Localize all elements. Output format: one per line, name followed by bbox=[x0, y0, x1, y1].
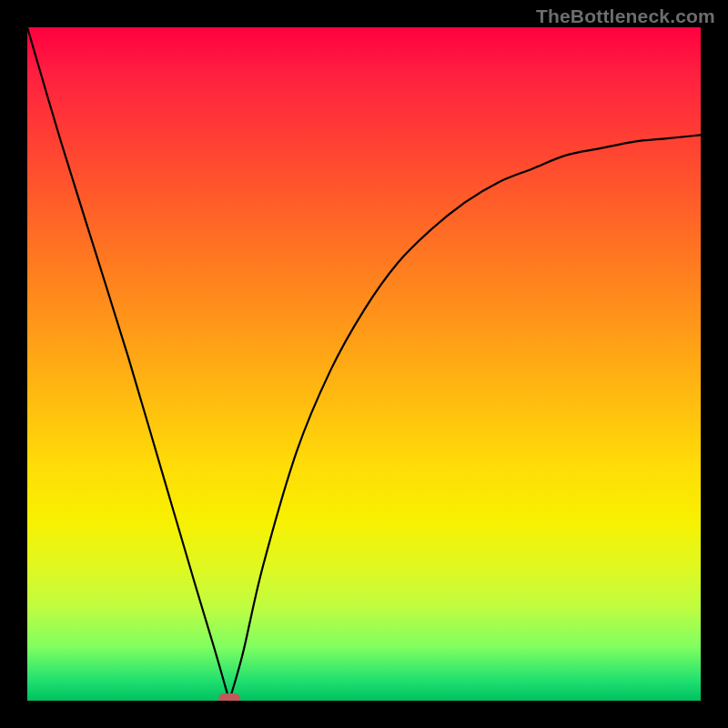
bottleneck-curve bbox=[27, 27, 701, 701]
watermark-text: TheBottleneck.com bbox=[536, 5, 715, 27]
plot-area bbox=[27, 27, 701, 701]
chart-frame: TheBottleneck.com bbox=[0, 0, 728, 728]
min-marker bbox=[218, 693, 240, 701]
curve-layer bbox=[27, 27, 701, 701]
